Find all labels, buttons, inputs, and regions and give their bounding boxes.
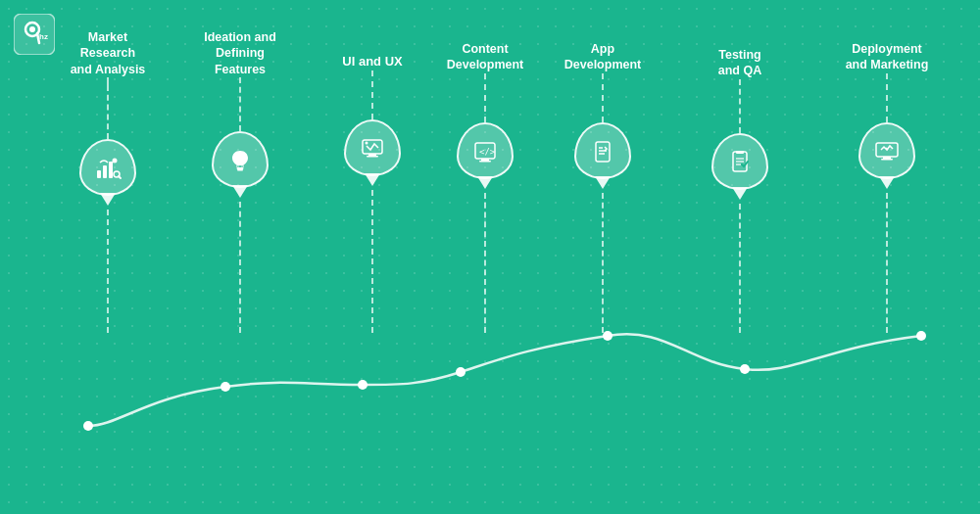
icon-bubble-testing — [709, 133, 771, 204]
svg-rect-34 — [883, 157, 891, 159]
svg-point-37 — [83, 421, 93, 431]
step-market-research: MarketResearchand Analysis — [59, 0, 157, 333]
svg-point-39 — [358, 380, 368, 390]
svg-point-40 — [456, 367, 466, 377]
icon-bubble-ui-ux — [341, 119, 404, 190]
step-ui-ux: UI and UX — [323, 0, 421, 333]
step-label-market-research: MarketResearchand Analysis — [59, 29, 157, 77]
icon-bubble-market-research — [76, 139, 139, 210]
step-label-deployment: Deploymentand Marketing — [838, 41, 936, 73]
svg-rect-18 — [367, 156, 378, 158]
step-content-dev: ContentDevelopment </> — [436, 0, 534, 333]
svg-point-38 — [220, 382, 230, 392]
svg-rect-29 — [736, 151, 744, 154]
step-label-ideation: Ideation andDefiningFeatures — [191, 29, 289, 77]
icon-bubble-content-dev: </> — [454, 122, 516, 193]
step-label-testing: Testingand QA — [691, 47, 789, 79]
svg-rect-13 — [237, 169, 243, 171]
icon-bubble-ideation — [209, 131, 271, 202]
step-label-app-dev: AppDevelopment — [554, 41, 652, 73]
svg-rect-22 — [481, 159, 489, 161]
svg-rect-12 — [237, 167, 244, 169]
svg-point-41 — [603, 331, 612, 341]
background: hz MarketResearchand Analysis Ideation a… — [0, 0, 980, 514]
wavy-path-svg — [0, 299, 980, 455]
svg-rect-24 — [596, 142, 610, 162]
svg-point-42 — [740, 364, 750, 374]
svg-point-19 — [366, 141, 368, 144]
svg-text:</>: </> — [479, 147, 496, 157]
step-deployment: Deploymentand Marketing — [838, 0, 936, 333]
step-ideation: Ideation andDefiningFeatures — [191, 0, 289, 333]
svg-rect-5 — [97, 170, 101, 178]
svg-rect-23 — [479, 161, 491, 163]
step-label-content-dev: ContentDevelopment — [436, 41, 534, 73]
step-label-ui-ux: UI and UX — [323, 54, 421, 70]
svg-point-43 — [916, 331, 926, 341]
svg-rect-35 — [881, 159, 893, 161]
icon-bubble-app-dev — [571, 122, 634, 193]
step-testing: Testingand QA — [691, 0, 789, 333]
svg-line-11 — [119, 176, 121, 178]
svg-rect-6 — [103, 165, 107, 178]
svg-rect-7 — [109, 162, 113, 178]
icon-bubble-deployment — [856, 122, 918, 193]
steps-container: MarketResearchand Analysis Ideation andD… — [0, 0, 980, 333]
svg-rect-17 — [368, 154, 376, 156]
step-app-dev: AppDevelopment — [554, 0, 652, 333]
